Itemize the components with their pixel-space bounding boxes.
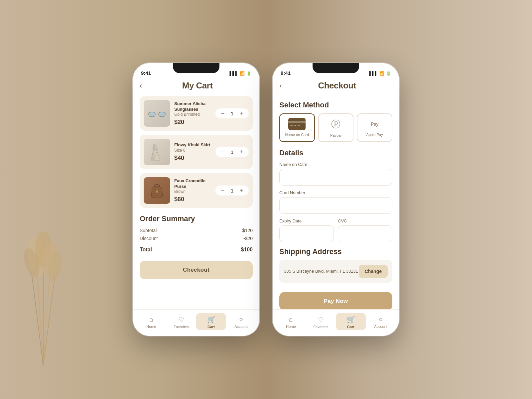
status-icons-checkout: ▌▌▌ 📶 🔋	[369, 71, 391, 76]
qty-increase-skirt[interactable]: +	[238, 149, 245, 155]
cart-icon-checkout: 🛒	[347, 316, 355, 324]
nav-favorites-label-cart: Favorites	[174, 325, 189, 329]
qty-control-sunglasses: − 1 +	[215, 108, 249, 118]
nav-cart-label-cart: Cart	[207, 325, 215, 329]
nav-home-cart[interactable]: ⌂ Home	[136, 313, 166, 330]
item-sub-sunglasses: Gold Brimmed	[174, 112, 211, 117]
change-address-button[interactable]: Change	[359, 265, 388, 278]
cart-header: ‹ My Cart	[140, 78, 253, 96]
card-method-label: Name on Card	[285, 133, 309, 137]
back-button-cart[interactable]: ‹	[140, 81, 142, 90]
name-on-card-label: Name on Card	[279, 162, 392, 167]
home-icon-checkout: ⌂	[289, 316, 293, 323]
svg-line-13	[148, 113, 149, 114]
qty-increase-purse[interactable]: +	[238, 188, 245, 194]
item-price-purse: $60	[174, 196, 211, 203]
svg-line-14	[165, 113, 166, 114]
nav-home-checkout[interactable]: ⌂ Home	[276, 313, 306, 330]
total-value: $100	[241, 247, 253, 253]
cart-phone: 9:41 ▌▌▌ 📶 🔋 ‹ My Cart	[133, 63, 259, 336]
qty-control-purse: − 1 +	[215, 186, 249, 196]
qty-value-purse: 1	[229, 188, 235, 194]
nav-favorites-cart[interactable]: ♡ Favorites	[166, 313, 196, 330]
checkout-button[interactable]: Checkout	[140, 261, 253, 279]
item-name-purse: Faux Crocodile Purse	[174, 178, 211, 190]
expiry-cvc-row: Expiry Date CVC	[279, 214, 392, 242]
item-name-sunglasses: Summer Alisha Sunglasses	[174, 101, 211, 112]
nav-home-label-checkout: Home	[286, 325, 296, 329]
account-icon-checkout: ○	[379, 316, 383, 323]
nav-account-cart[interactable]: ○ Account	[226, 313, 256, 330]
cvc-field-group: CVC	[338, 214, 392, 242]
item-info-skirt: Flowy Khaki Skirt Size 6 $40	[174, 142, 211, 162]
nav-account-label-checkout: Account	[374, 325, 387, 329]
cart-screen: ‹ My Cart Summer Alisha Sunglasse	[133, 78, 259, 309]
qty-decrease-sunglasses[interactable]: −	[219, 110, 226, 116]
cart-bottom-nav: ⌂ Home ♡ Favorites 🛒 Cart ○ Account	[133, 309, 259, 336]
order-summary: Order Summary Subtotal $120 Discount -$2…	[140, 214, 253, 253]
discount-value: -$20	[243, 236, 253, 241]
order-row-discount: Discount -$20	[140, 236, 253, 241]
checkout-bottom-nav: ⌂ Home ♡ Favorites 🛒 Cart ○ Account	[273, 309, 399, 336]
item-info-purse: Faux Crocodile Purse Brown $60	[174, 178, 211, 203]
account-icon-cart: ○	[239, 316, 243, 323]
svg-line-4	[43, 276, 55, 366]
cart-title: My Cart	[142, 80, 253, 91]
signal-icon: ▌▌▌	[229, 71, 238, 76]
nav-favorites-checkout[interactable]: ♡ Favorites	[306, 313, 336, 330]
svg-rect-10	[149, 112, 155, 117]
pay-now-button[interactable]: Pay Now	[279, 292, 392, 309]
svg-line-0	[37, 266, 43, 366]
nav-cart-cart[interactable]: 🛒 Cart	[196, 313, 226, 330]
nav-cart-label-checkout: Cart	[347, 325, 354, 329]
payment-methods: Name on Card Ⓟ Paypal Pay Apple Pay	[279, 113, 392, 142]
heart-icon-cart: ♡	[178, 316, 184, 324]
status-time-checkout: 9:41	[281, 70, 291, 76]
qty-increase-sunglasses[interactable]: +	[238, 110, 245, 116]
order-row-subtotal: Subtotal $120	[140, 228, 253, 233]
svg-line-2	[43, 269, 50, 366]
checkout-header: ‹ Checkout	[279, 78, 392, 96]
battery-icon: 🔋	[246, 71, 251, 76]
payment-method-paypal[interactable]: Ⓟ Paypal	[318, 113, 354, 142]
card-number-label: Card Number	[279, 190, 392, 195]
nav-cart-checkout[interactable]: 🛒 Cart	[336, 313, 366, 330]
back-button-checkout[interactable]: ‹	[279, 81, 282, 90]
order-divider	[140, 244, 253, 244]
applepay-method-label: Apple Pay	[366, 133, 383, 137]
battery-icon-checkout: 🔋	[386, 71, 391, 76]
signal-icon-checkout: ▌▌▌	[369, 71, 378, 76]
wifi-icon: 📶	[240, 71, 245, 76]
shipping-title: Shipping Address	[279, 247, 392, 256]
svg-rect-15	[156, 191, 158, 193]
qty-decrease-purse[interactable]: −	[219, 188, 226, 194]
cart-icon-cart: 🛒	[207, 316, 215, 324]
checkout-title: Checkout	[282, 80, 392, 91]
payment-method-applepay[interactable]: Pay Apple Pay	[357, 113, 392, 142]
pampas-decoration	[13, 200, 73, 366]
nav-home-label-cart: Home	[146, 325, 156, 329]
item-price-skirt: $40	[174, 155, 211, 162]
phones-container: 9:41 ▌▌▌ 📶 🔋 ‹ My Cart	[133, 63, 399, 336]
svg-line-3	[32, 273, 43, 366]
item-image-skirt	[144, 139, 170, 165]
wifi-icon-checkout: 📶	[379, 71, 384, 76]
payment-method-card[interactable]: Name on Card	[279, 113, 315, 142]
item-sub-purse: Brown	[174, 189, 211, 194]
expiry-input[interactable]	[279, 225, 334, 242]
status-time-cart: 9:41	[141, 70, 151, 76]
select-method-title: Select Method	[279, 101, 392, 109]
details-title: Details	[279, 149, 392, 157]
shipping-address: 335 S Biscayne Blvd, Miami, FL 33131	[284, 268, 358, 275]
phone-notch-cart	[173, 63, 219, 73]
expiry-field-group: Expiry Date	[279, 214, 334, 242]
qty-decrease-skirt[interactable]: −	[219, 149, 226, 155]
item-sub-skirt: Size 6	[174, 148, 211, 153]
cvc-input[interactable]	[338, 225, 392, 242]
name-on-card-input[interactable]	[279, 169, 392, 186]
nav-account-checkout[interactable]: ○ Account	[366, 313, 396, 330]
expiry-label: Expiry Date	[279, 218, 334, 223]
shipping-row: 335 S Biscayne Blvd, Miami, FL 33131 Cha…	[279, 260, 392, 283]
card-number-input[interactable]	[279, 197, 392, 214]
cart-item-sunglasses: Summer Alisha Sunglasses Gold Brimmed $2…	[140, 96, 253, 131]
